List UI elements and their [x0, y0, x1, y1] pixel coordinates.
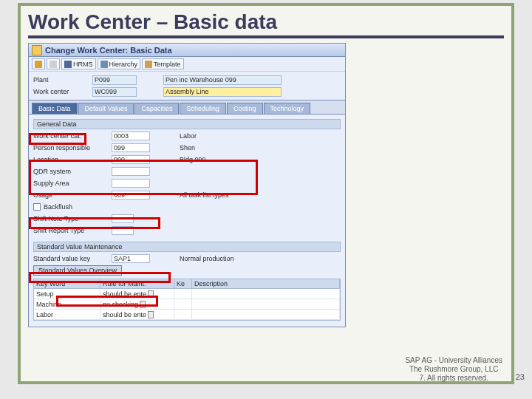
shift-report-input[interactable] [112, 226, 134, 235]
row-qdr: QDR system [33, 166, 341, 177]
hierarchy-icon [100, 61, 108, 68]
person-label: Person responsible [33, 144, 112, 151]
td-rule[interactable]: should be ente [100, 310, 174, 319]
row-shift-report: Shift Report Type [33, 225, 341, 236]
tab-scheduling[interactable]: Scheduling [180, 103, 226, 114]
svk-label: Standard value key [33, 255, 112, 262]
td-desc[interactable] [192, 299, 340, 309]
table-row: Labor should be ente [34, 310, 340, 320]
tab-default-values[interactable]: Default Values [78, 103, 134, 114]
row-svk: Standard value key SAP1 Normal productio… [33, 253, 341, 264]
back-icon [35, 61, 42, 68]
hierarchy-label: Hierarchy [109, 61, 138, 68]
table-row: Setup should be ente [34, 289, 340, 299]
slide-title: Work Center – Basic data [28, 10, 504, 38]
shift-report-label: Shift Report Type [33, 227, 112, 234]
hierarchy-button[interactable]: Hierarchy [98, 58, 141, 69]
backflush-label: Backflush [44, 203, 72, 211]
standard-values-overview-button[interactable]: Standard Values Overview [33, 265, 122, 276]
dropdown-icon[interactable] [140, 301, 146, 308]
wc-cat-label: Work center cat. [33, 132, 112, 140]
template-label: Template [154, 61, 181, 68]
supply-input[interactable] [112, 179, 150, 188]
dropdown-icon[interactable] [148, 311, 154, 318]
footer-line3: 7. All rights reserved. [405, 374, 502, 383]
general-data-section: General Data [33, 119, 341, 129]
footer: SAP AG - University Alliances The Rushmo… [405, 356, 502, 383]
qdr-label: QDR system [33, 168, 112, 175]
wc-cat-input[interactable]: 0003 [112, 132, 150, 140]
td-ke[interactable] [174, 299, 192, 309]
row-backflush: Backflush [33, 201, 341, 212]
person-input[interactable]: 099 [112, 143, 150, 152]
workcenter-desc[interactable]: Assembly Line [163, 87, 282, 97]
window-title: Change Work Center: Basic Data [45, 46, 172, 55]
workcenter-value: WC099 [92, 87, 137, 97]
td-rule[interactable]: should be ente [100, 289, 174, 299]
td-keyword: Setup [34, 289, 100, 299]
shift-note-input[interactable] [112, 214, 134, 223]
hrms-label: HRMS [73, 61, 93, 68]
location-desc: Bldg 099 [180, 156, 268, 163]
svk-input[interactable]: SAP1 [112, 254, 150, 263]
backflush-checkbox[interactable] [33, 203, 41, 211]
hrms-icon [64, 61, 72, 68]
plant-label: Plant [33, 76, 92, 83]
th-rule: Rule for Maint. [100, 279, 174, 288]
td-rule[interactable]: no checking [100, 299, 174, 309]
table-row: Machine no checking [34, 299, 340, 310]
tab-basic-data[interactable]: Basic Data [32, 103, 78, 114]
tab-capacities[interactable]: Capacities [134, 103, 179, 114]
td-desc[interactable] [192, 310, 340, 319]
tab-content: General Data Work center cat. 0003 Labor… [29, 115, 345, 327]
usage-input[interactable]: 009 [112, 191, 150, 200]
td-ke[interactable] [174, 289, 192, 299]
shift-note-label: Shift Note Type [33, 215, 112, 222]
svk-desc: Normal production [180, 255, 268, 262]
dropdown-icon[interactable] [148, 290, 154, 298]
td-desc[interactable] [192, 289, 340, 299]
location-input[interactable]: 099 [112, 155, 150, 164]
doc-button[interactable] [47, 58, 60, 69]
row-supply: Supply Area [33, 177, 341, 188]
th-keyword: Key Word [34, 279, 100, 288]
window-icon [32, 45, 42, 55]
th-ke: Ke [174, 279, 192, 288]
header-fields: Plant P099 Pen inc Warehouse 099 Work ce… [29, 72, 345, 100]
tab-costing[interactable]: Costing [227, 103, 263, 114]
tabstrip: Basic Data Default Values Capacities Sch… [29, 100, 345, 115]
qdr-input[interactable] [112, 167, 150, 176]
usage-desc: All task list types [180, 191, 268, 199]
plant-desc: Pen inc Warehouse 099 [163, 75, 282, 85]
supply-label: Supply Area [33, 180, 112, 187]
usage-label: Usage [33, 191, 112, 199]
td-keyword: Labor [34, 310, 100, 319]
row-location: Location 099 Bldg 099 [33, 154, 341, 165]
sap-toolbar: HRMS Hierarchy Template [29, 57, 345, 72]
values-table: Key Word Rule for Maint. Ke Description … [33, 279, 341, 321]
svm-section: Standard Value Maintenance [33, 242, 341, 252]
row-usage: Usage 009 All task list types [33, 189, 341, 200]
page-number: 23 [516, 372, 525, 381]
sap-titlebar: Change Work Center: Basic Data [29, 44, 345, 57]
sap-window: Change Work Center: Basic Data HRMS Hier… [28, 43, 346, 327]
td-ke[interactable] [174, 310, 192, 319]
doc-icon [50, 61, 57, 68]
wc-cat-desc: Labor [180, 132, 268, 140]
tab-technology[interactable]: Technology [264, 103, 311, 114]
table-header: Key Word Rule for Maint. Ke Description [34, 279, 340, 289]
workcenter-label: Work center [33, 88, 92, 95]
location-label: Location [33, 156, 112, 163]
template-icon [145, 61, 152, 68]
hrms-button[interactable]: HRMS [61, 58, 96, 69]
th-description: Description [192, 279, 340, 288]
footer-line2: The Rushmore Group, LLC [405, 365, 502, 374]
row-person: Person responsible 099 Shen [33, 142, 341, 153]
td-keyword: Machine [34, 299, 100, 309]
row-shift-note: Shift Note Type [33, 213, 341, 224]
footer-line1: SAP AG - University Alliances [405, 356, 502, 365]
template-button[interactable]: Template [142, 58, 184, 69]
person-desc: Shen [180, 144, 268, 151]
plant-value: P099 [92, 75, 137, 85]
back-button[interactable] [32, 58, 45, 69]
